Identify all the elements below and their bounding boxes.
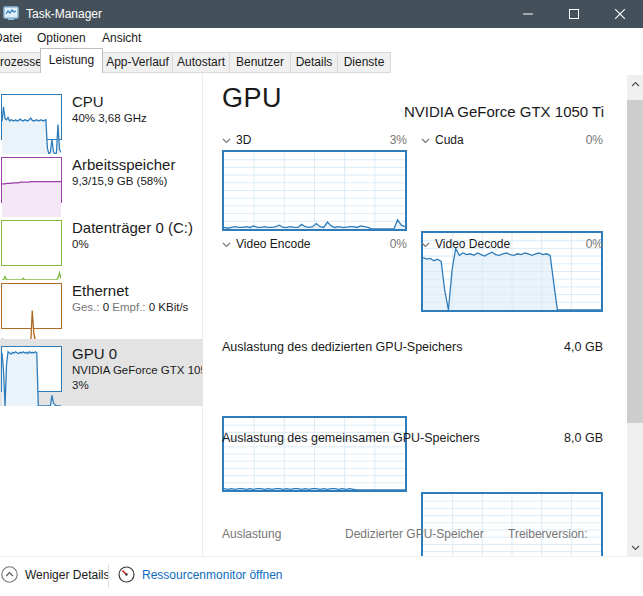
tab-benutzer[interactable]: Benutzer [229, 52, 291, 73]
sidebar-item-cpu[interactable]: CPU 40% 3,68 GHz [0, 87, 203, 150]
gpu-usage: 3% [72, 378, 202, 393]
ethernet-stats: Ges.: 0 Empf.: 0 KBit/s [72, 300, 202, 315]
gpu-sparkline [1, 346, 62, 392]
scroll-down-icon[interactable] [627, 539, 643, 556]
memory-title: Arbeitsspeicher [72, 155, 202, 174]
vertical-scrollbar[interactable] [627, 75, 643, 556]
performance-sidebar: CPU 40% 3,68 GHz Arbeitsspeicher 9,3/15,… [0, 73, 203, 556]
gpu-detail-panel: GPU NVIDIA GeForce GTX 1050 Ti 3D 3% Cud… [204, 73, 627, 556]
maximize-button[interactable] [551, 0, 597, 28]
window-frame: Task-Manager Datei Optionen Ansicht Proz… [0, 0, 643, 596]
footer-label-driver-version: Treiberversion: [508, 527, 588, 541]
scroll-up-icon[interactable] [627, 75, 643, 92]
menu-ansicht[interactable]: Ansicht [102, 31, 141, 45]
chart-header-video-encode: Video Encode 0% [222, 237, 407, 252]
disk-title: Datenträger 0 (C:) [72, 218, 202, 237]
footer-label-auslastung: Auslastung [222, 527, 281, 541]
tab-prozesse[interactable]: Prozesse [0, 52, 41, 73]
gpu-title: GPU 0 [72, 344, 202, 363]
chevron-down-icon[interactable] [421, 133, 430, 147]
chevron-down-icon[interactable] [222, 133, 231, 147]
status-bar: Weniger Details Ressourcenmonitor öffnen [0, 556, 643, 596]
chevron-up-circle-icon [1, 566, 18, 583]
tab-autostart[interactable]: Autostart [172, 52, 230, 73]
sidebar-item-disk[interactable]: Datenträger 0 (C:) 0% [0, 213, 203, 276]
divider [108, 564, 109, 588]
video-encode-chart [222, 416, 407, 492]
scrollbar-thumb[interactable] [627, 100, 643, 423]
cpu-title: CPU [72, 92, 202, 111]
less-details-button[interactable]: Weniger Details [1, 566, 109, 583]
footer-label-dedicated-memory: Dedizierter GPU-Speicher [345, 527, 484, 541]
resource-monitor-gauge-icon [118, 566, 135, 583]
tab-dienste[interactable]: Dienste [337, 52, 391, 73]
menu-datei[interactable]: Datei [0, 31, 22, 45]
cuda-usage-value: 0% [586, 133, 603, 147]
chevron-down-icon[interactable] [421, 237, 430, 251]
ethernet-sparkline [1, 283, 62, 329]
chart-header-3d: 3D 3% [222, 133, 407, 148]
task-manager-icon [3, 6, 19, 22]
shared-memory-header: Auslastung des gemeinsamen GPU-Speichers… [222, 431, 603, 445]
title-bar[interactable]: Task-Manager [0, 0, 643, 28]
page-title: GPU [222, 83, 282, 114]
sidebar-item-gpu[interactable]: GPU 0 NVIDIA GeForce GTX 1050 Ti 3% [0, 339, 203, 406]
chart-header-video-decode: Video Decode 0% [421, 237, 603, 252]
gpu-device-label: NVIDIA GeForce GTX 1050 Ti [404, 103, 604, 120]
cpu-stats: 40% 3,68 GHz [72, 111, 202, 126]
tab-leistung[interactable]: Leistung [40, 48, 103, 73]
memory-sparkline [1, 157, 62, 203]
dedicated-memory-total: 4,0 GB [564, 340, 603, 354]
memory-stats: 9,3/15,9 GB (58%) [72, 174, 202, 189]
gpu-device-name: NVIDIA GeForce GTX 1050 Ti [72, 363, 202, 378]
sidebar-item-memory[interactable]: Arbeitsspeicher 9,3/15,9 GB (58%) [0, 150, 203, 213]
open-resource-monitor-link[interactable]: Ressourcenmonitor öffnen [118, 566, 283, 583]
chevron-down-icon[interactable] [222, 237, 231, 251]
minimize-button[interactable] [505, 0, 551, 28]
ethernet-title: Ethernet [72, 281, 202, 300]
3d-usage-chart [222, 150, 407, 231]
menu-bar: Datei Optionen Ansicht [0, 28, 643, 48]
shared-memory-total: 8,0 GB [564, 431, 603, 445]
disk-stats: 0% [72, 237, 202, 252]
close-button[interactable] [597, 0, 643, 28]
tab-strip: Prozesse Leistung App-Verlauf Autostart … [0, 48, 643, 73]
cpu-sparkline [1, 94, 62, 140]
video-decode-value: 0% [586, 237, 603, 251]
dedicated-memory-header: Auslastung des dedizierten GPU-Speichers… [222, 340, 603, 354]
task-manager-window: Task-Manager Datei Optionen Ansicht Proz… [0, 0, 643, 596]
window-title: Task-Manager [26, 7, 102, 21]
sidebar-item-ethernet[interactable]: Ethernet Ges.: 0 Empf.: 0 KBit/s [0, 276, 203, 339]
video-encode-value: 0% [390, 237, 407, 251]
tab-app-verlauf[interactable]: App-Verlauf [102, 52, 173, 73]
tab-details[interactable]: Details [290, 52, 338, 73]
menu-optionen[interactable]: Optionen [37, 31, 86, 45]
disk-sparkline [1, 220, 62, 266]
chart-header-cuda: Cuda 0% [421, 133, 603, 148]
3d-usage-value: 3% [390, 133, 407, 147]
